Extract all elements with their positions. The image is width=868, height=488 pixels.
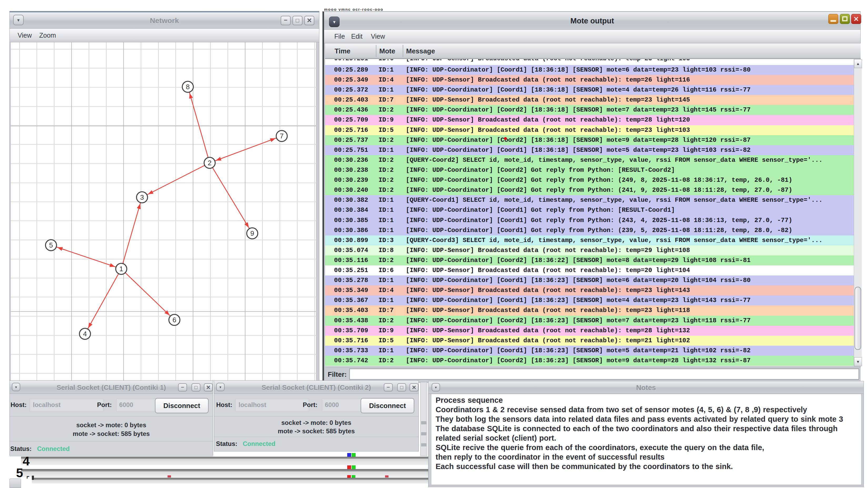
svg-text:1: 1 — [119, 265, 123, 273]
svg-text:9: 9 — [250, 230, 254, 237]
svg-text:2: 2 — [208, 159, 212, 167]
svg-text:6: 6 — [173, 316, 176, 324]
svg-text:3: 3 — [140, 193, 144, 201]
svg-text:4: 4 — [83, 330, 87, 338]
svg-text:8: 8 — [186, 83, 190, 91]
svg-text:5: 5 — [49, 241, 53, 249]
svg-text:7: 7 — [280, 132, 283, 140]
